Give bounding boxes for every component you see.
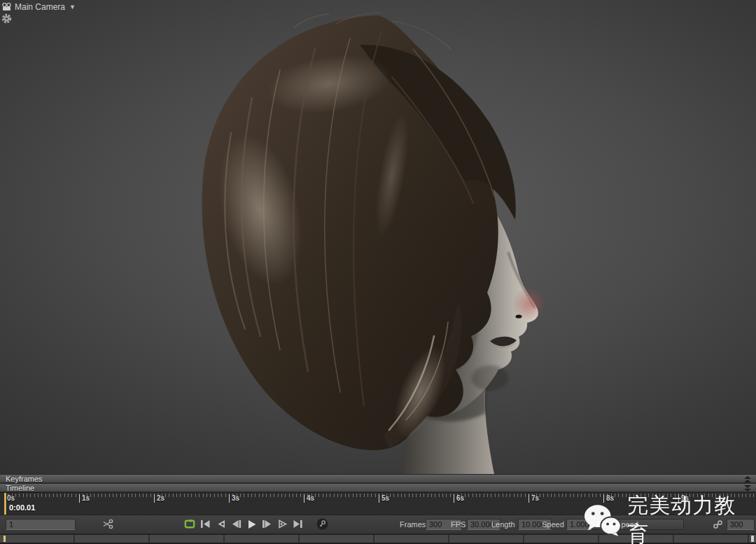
application-window: Main Camera ▼ Keyframes Timeline 0s 1s 2…: [0, 0, 756, 544]
range-segments: [0, 535, 756, 543]
bake-speed-label: Bake Speed: [596, 520, 638, 529]
link-button[interactable]: [713, 519, 725, 532]
timeline-panel-header[interactable]: Timeline: [0, 483, 756, 492]
step-back-icon: [231, 519, 241, 529]
3d-viewport[interactable]: Main Camera ▼: [0, 0, 756, 474]
timeline-range-scrollbar[interactable]: [0, 533, 756, 544]
link-icon: [713, 519, 724, 529]
ruler-tick-1s: 1s: [79, 494, 90, 503]
cut-keys-button[interactable]: [102, 518, 115, 531]
auto-key-button[interactable]: [316, 518, 329, 531]
ruler-tick-6s: 6s: [454, 494, 464, 503]
viewport-settings-button[interactable]: [1, 13, 12, 24]
skip-to-end-icon: [293, 519, 303, 529]
double-chevron-up-icon[interactable]: [743, 475, 752, 483]
chevron-down-icon: ▼: [69, 4, 76, 11]
play-icon: [247, 519, 257, 529]
gear-icon: [1, 13, 12, 24]
ruler-tick-8s: 8s: [603, 494, 614, 503]
range-playhead-marker[interactable]: [4, 536, 6, 542]
playhead-time-label: 0:00.01: [9, 503, 35, 512]
play-every-frame-button[interactable]: [276, 518, 288, 530]
bake-frames-input[interactable]: [727, 519, 755, 530]
frames-label: Frames: [400, 520, 426, 529]
play-every-frame-icon: [278, 519, 288, 529]
step-back-button[interactable]: [230, 518, 242, 530]
skip-to-end-button[interactable]: [292, 518, 304, 530]
fps-label: FPS: [451, 520, 465, 529]
timeline-label: Timeline: [6, 484, 34, 492]
play-reverse-icon: [216, 519, 226, 529]
timeline-playhead[interactable]: [4, 493, 6, 515]
ruler-tick-4s: 4s: [304, 494, 314, 503]
ruler-tick-5s: 5s: [379, 494, 389, 503]
ruler-tick-9s: 9s: [678, 494, 689, 503]
transport-control-bar: Frames FPS Length Speed Bake Speed: [0, 515, 756, 533]
ruler-tick-2s: 2s: [154, 494, 164, 503]
skip-to-start-icon: [200, 519, 211, 529]
key-icon: [316, 518, 328, 530]
bake-speed-button[interactable]: Bake Speed: [592, 519, 684, 530]
skip-to-start-button[interactable]: [200, 518, 211, 530]
step-forward-button[interactable]: [261, 518, 273, 530]
range-end-handle[interactable]: [751, 536, 754, 542]
play-button[interactable]: [246, 518, 258, 530]
double-chevron-down-icon[interactable]: [743, 484, 752, 492]
ruler-tick-3s: 3s: [229, 494, 239, 503]
playback-controls: [184, 518, 304, 530]
timeline-ruler[interactable]: 0s 1s 2s 3s 4s 5s 6s 7s 8s 9s 0:00.01: [0, 492, 756, 515]
camera-selector-dropdown[interactable]: Main Camera ▼: [2, 1, 76, 12]
play-reverse-button[interactable]: [215, 518, 227, 530]
loop-toggle-button[interactable]: [184, 518, 196, 530]
camera-selector-label: Main Camera: [15, 2, 65, 12]
speed-label: Speed: [542, 520, 564, 529]
ruler-tick-7s: 7s: [528, 494, 539, 503]
scissors-icon: [102, 518, 114, 530]
step-forward-icon: [262, 519, 272, 529]
rendered-head-image: [0, 0, 756, 474]
keyframes-panel-header[interactable]: Keyframes: [0, 474, 756, 483]
keyframes-label: Keyframes: [6, 475, 43, 483]
length-label: Length: [491, 520, 515, 529]
loop-icon: [184, 519, 196, 529]
current-frame-input[interactable]: [6, 519, 76, 530]
video-camera-icon: [2, 3, 12, 11]
